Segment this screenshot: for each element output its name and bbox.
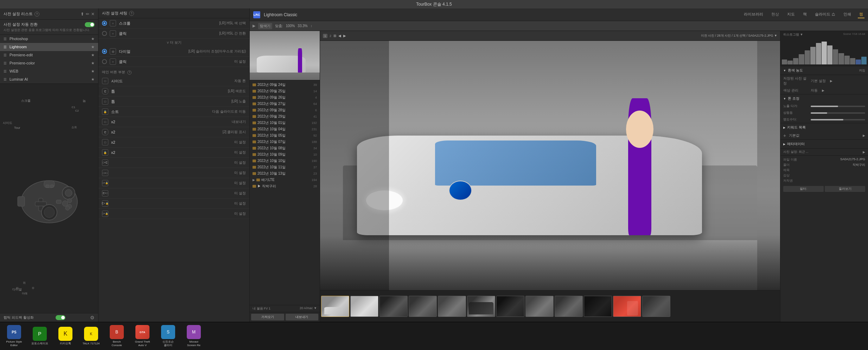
tab-print[interactable]: 인쇄 [842, 11, 853, 18]
filter-btn[interactable]: 필터: [783, 186, 824, 192]
folder-item-baegi[interactable]: ▶ 배기LTE 194 [250, 177, 320, 183]
taskbar-sinjin[interactable]: S 신진조슨클라이 [156, 324, 180, 349]
settings-item-dial[interactable]: ◎ 다이얼 [LR] 슬라이더 조정(마우스로 가리킴) [98, 46, 249, 57]
thumb-8[interactable] [525, 296, 554, 317]
thumb-3[interactable] [379, 296, 408, 317]
main-item-top2[interactable]: □ 톱 [LR] 노출 [98, 96, 249, 107]
folder-item-15[interactable]: 2022년 10월 13일 23 [250, 170, 320, 177]
clarity-control[interactable] [811, 119, 865, 120]
main-item-sort[interactable]: 🔒 소트 다음 슬라이드로 이동 [98, 107, 249, 117]
tab-library[interactable]: 라이브러리 [742, 11, 765, 18]
quick-develop-toggle[interactable]: 켜짐 [859, 68, 865, 73]
filmstrip-next-icon[interactable]: ▶ [343, 34, 346, 38]
lr-search-btn[interactable]: 탐색기 [258, 23, 272, 29]
main-item-combo4[interactable]: ⊏+□ 미 설정 [98, 188, 249, 199]
main-item-x2-3[interactable]: □ x2 미 설정 [98, 137, 249, 148]
keyword-header[interactable]: ▶ 키워드 목록 [780, 123, 868, 132]
main-item-top1[interactable]: ⊏ 톱 [LR] 색온도 [98, 86, 249, 96]
tone-header[interactable]: ▼ 톤 조정 [780, 94, 868, 103]
settings-item-click1[interactable]: ○ 클릭 [LR] HSL 간 전환 [98, 29, 249, 39]
main-item-combo1[interactable]: □+⊏ 미 설정 [98, 158, 249, 168]
tab-book[interactable]: 책 [802, 11, 808, 18]
filmstrip-num-2[interactable]: 2 [330, 34, 331, 38]
main-item-combo6[interactable]: □+🔒 미 설정 [98, 209, 249, 219]
close-icon[interactable]: ✕ [91, 12, 95, 17]
quick-develop-header[interactable]: ▼ 흰색 농도 켜짐 [780, 66, 868, 75]
app-item-photoshop[interactable]: ☰ Photoshop ★ [0, 35, 98, 43]
more-button[interactable]: ∨ 더 보기 [98, 39, 249, 46]
folder-item-11[interactable]: 2022년 10월 08일 34 [250, 145, 320, 151]
folder-item-12[interactable]: 2022년 10월 09일 10 [250, 151, 320, 158]
edit-icon[interactable]: ✏ [86, 12, 89, 17]
folder-item-jikbak[interactable]: ▶ 직박구리 28 [250, 183, 320, 189]
thumb-9[interactable] [555, 296, 583, 317]
filmstrip-num-1[interactable]: 1 [323, 34, 327, 38]
folder-item-1[interactable]: 2022년 09월 24일 39 [250, 82, 320, 88]
settings-btn[interactable]: ▶ [863, 150, 865, 154]
main-item-combo2[interactable]: □+□ 미 설정 [98, 168, 249, 178]
main-item-x2-1[interactable]: □ x2 내보내기 [98, 117, 249, 127]
taskbar-gta[interactable]: GTA Grand TheftAuto V [130, 324, 155, 349]
folder-item-13[interactable]: 2022년 10월 10일 190 [250, 158, 320, 164]
app-item-premiere-edit[interactable]: ☰ Premiere-edit ★ [0, 51, 98, 59]
folder-item-2[interactable]: 2022년 09월 25일 14 [250, 88, 320, 94]
folder-item-7[interactable]: 2022년 10월 01일 192 [250, 120, 320, 126]
show-more-btn[interactable]: 둘러보기 [825, 186, 865, 192]
taskbar-talk[interactable]: K TALK 717124 [79, 324, 103, 349]
settings-item-scroll[interactable]: ○ 스크롤 [LR] HSL 색 선택 [98, 18, 249, 29]
folder-item-9[interactable]: 2022년 10월 05일 92 [250, 132, 320, 139]
main-item-combo5[interactable]: ⊏+🔒 미 설정 [98, 199, 249, 209]
app-item-lightroom[interactable]: ☰ Lightroom ★ [0, 43, 98, 51]
noise-control[interactable] [811, 106, 865, 107]
keyword-toggle[interactable]: ▶ [863, 134, 865, 137]
saved-settings-btn[interactable]: ▶ [830, 79, 832, 83]
thumb-4[interactable] [409, 296, 437, 317]
add-keyword-icon[interactable]: + [783, 133, 786, 138]
metadata-header[interactable]: ▶ 메타데이터 [780, 140, 868, 148]
tab-web[interactable]: 웹 [858, 11, 864, 18]
folder-item-3[interactable]: 2022년 09월 26일 4 [250, 94, 320, 101]
thumb-6[interactable] [467, 296, 495, 317]
main-item-side[interactable]: □ 사이드 자동 톤 [98, 76, 249, 86]
folder-item-10[interactable]: 2022년 10월 07일 188 [250, 139, 320, 145]
tab-slideshow[interactable]: 슬라이드 쇼 [813, 11, 837, 18]
taskbar-picture-style[interactable]: PS Picture StyleEditor [2, 324, 26, 349]
export-icon[interactable]: ⬆ [81, 12, 84, 17]
main-item-x2-4[interactable]: 🔒 x2 미 설정 [98, 148, 249, 158]
thumb-1[interactable] [321, 296, 349, 317]
app-item-web[interactable]: ☰ WEB ★ [0, 67, 98, 75]
thumb-7[interactable] [496, 296, 524, 317]
thumb-12[interactable] [642, 296, 670, 317]
taskbar-bench[interactable]: B BenchConsole [104, 324, 129, 349]
settings-item-click2[interactable]: ○ 클릭 미 설정 [98, 57, 249, 67]
thumb-2[interactable] [350, 296, 378, 317]
taskbar-kakaotalk[interactable]: K 카카오톡 [53, 324, 78, 349]
sharpen-control[interactable] [811, 112, 865, 114]
tab-map[interactable]: 지도 [786, 11, 796, 18]
folder-item-4[interactable]: 2022년 09월 27일 64 [250, 101, 320, 107]
folder-item-5[interactable]: 2022년 09월 28일 6 [250, 107, 320, 113]
feedback-toggle[interactable] [56, 315, 65, 320]
filmstrip-grid-icon[interactable]: ⊞ [333, 34, 336, 38]
lr-zoom1[interactable]: 100% [286, 24, 295, 28]
thumb-11[interactable] [613, 296, 641, 317]
tab-develop[interactable]: 현상 [770, 11, 780, 18]
folder-item-8[interactable]: 2022년 10월 04일 231 [250, 126, 320, 132]
settings-icon[interactable]: ⚙ [90, 315, 95, 320]
lr-zoom2[interactable]: 33.3% [298, 24, 307, 28]
auto-switch-toggle[interactable] [85, 22, 95, 27]
taskbar-movavi[interactable]: M MovaviScreen Re [181, 324, 206, 349]
lr-import-btn[interactable]: 가져오기 [251, 314, 284, 320]
thumb-10[interactable] [584, 296, 612, 317]
thumb-5[interactable] [438, 296, 466, 317]
taskbar-photoscope[interactable]: P 포토스케이프 [27, 324, 52, 349]
folder-item-14[interactable]: 2022년 10월 11일 37 [250, 164, 320, 170]
app-item-luminar[interactable]: ☰ Luminar AI ★ [0, 75, 98, 83]
lr-export-btn[interactable]: 내보내기 [286, 314, 319, 320]
main-item-x2-2[interactable]: ⊏ x2 [J] 클리핑 표시 [98, 127, 249, 137]
app-item-premiere-color[interactable]: ☰ Premiere-color ★ [0, 59, 98, 67]
filmstrip-prev-icon[interactable]: ◀ [338, 34, 341, 38]
main-item-combo3[interactable]: □+🔒 미 설정 [98, 178, 249, 188]
folder-item-6[interactable]: 2022년 09월 29일 41 [250, 113, 320, 120]
color-manage-toggle[interactable]: ▶ [822, 89, 824, 92]
